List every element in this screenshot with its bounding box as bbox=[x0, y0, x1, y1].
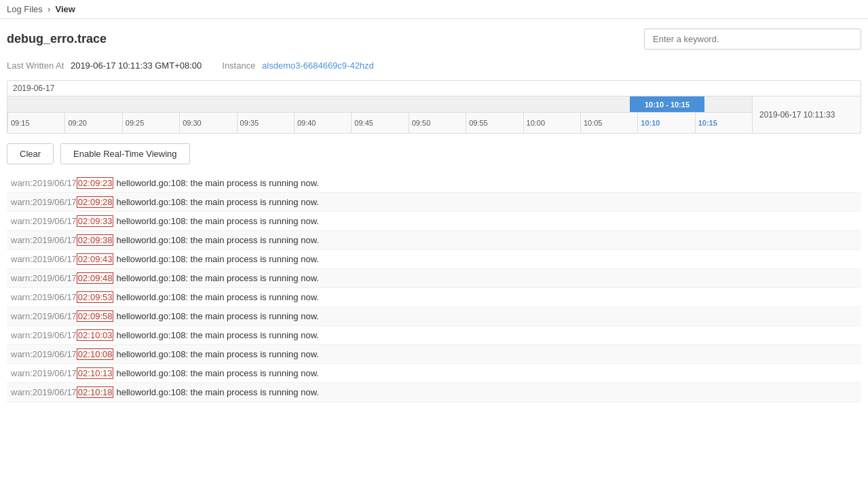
log-timestamp: 02:10:03 bbox=[77, 329, 114, 341]
log-timestamp: 02:09:53 bbox=[77, 291, 114, 303]
timeline-tick[interactable]: 09:25 bbox=[122, 113, 179, 133]
instance-value: alsdemo3-6684669c9-42hzd bbox=[262, 60, 374, 71]
log-row: warn:2019/06/1702:10:03helloworld.go:108… bbox=[7, 326, 861, 345]
log-row: warn:2019/06/1702:09:33helloworld.go:108… bbox=[7, 212, 861, 231]
log-row: warn:2019/06/1702:09:58helloworld.go:108… bbox=[7, 307, 861, 326]
timeline-tick[interactable]: 10:00 bbox=[523, 113, 580, 133]
log-timestamp: 02:10:13 bbox=[77, 367, 114, 379]
log-prefix: warn:2019/06/17 bbox=[11, 387, 77, 397]
log-row: warn:2019/06/1702:09:38helloworld.go:108… bbox=[7, 231, 861, 250]
log-message: helloworld.go:108: the main process is r… bbox=[116, 197, 318, 207]
file-title: debug_erro.trace bbox=[7, 32, 107, 46]
timeline-selected-range[interactable]: 10:10 - 10:15 bbox=[630, 96, 704, 112]
log-timestamp: 02:09:28 bbox=[77, 196, 114, 208]
timeline-tick[interactable]: 10:05 bbox=[580, 113, 637, 133]
log-timestamp: 02:09:48 bbox=[77, 272, 114, 284]
log-row: warn:2019/06/1702:10:08helloworld.go:108… bbox=[7, 345, 861, 364]
last-written-value: 2019-06-17 10:11:33 GMT+08:00 bbox=[71, 60, 202, 71]
last-written-label: Last Written At bbox=[7, 60, 64, 71]
log-timestamp: 02:10:08 bbox=[77, 348, 114, 360]
log-row: warn:2019/06/1702:09:43helloworld.go:108… bbox=[7, 250, 861, 269]
log-message: helloworld.go:108: the main process is r… bbox=[116, 330, 318, 340]
log-timestamp: 02:09:58 bbox=[77, 310, 114, 322]
breadcrumb-current: View bbox=[56, 4, 75, 14]
log-prefix: warn:2019/06/17 bbox=[11, 178, 77, 188]
log-timestamp: 02:10:18 bbox=[77, 386, 114, 398]
log-prefix: warn:2019/06/17 bbox=[11, 216, 77, 226]
log-prefix: warn:2019/06/17 bbox=[11, 197, 77, 207]
log-message: helloworld.go:108: the main process is r… bbox=[116, 349, 318, 359]
log-prefix: warn:2019/06/17 bbox=[11, 349, 77, 359]
clear-button[interactable]: Clear bbox=[7, 143, 54, 164]
timeline-ticks: 09:1509:2009:2509:3009:3509:4009:4509:50… bbox=[7, 113, 752, 133]
log-row: warn:2019/06/1702:09:48helloworld.go:108… bbox=[7, 269, 861, 288]
search-input[interactable] bbox=[644, 29, 861, 50]
timeline-tick[interactable]: 09:15 bbox=[7, 113, 64, 133]
log-prefix: warn:2019/06/17 bbox=[11, 311, 77, 321]
log-row: warn:2019/06/1702:10:18helloworld.go:108… bbox=[7, 383, 861, 402]
log-prefix: warn:2019/06/17 bbox=[11, 235, 77, 245]
timeline-tick[interactable]: 10:15 bbox=[695, 113, 752, 133]
log-timestamp: 02:09:43 bbox=[77, 253, 114, 265]
log-prefix: warn:2019/06/17 bbox=[11, 292, 77, 302]
timeline-tick[interactable]: 09:30 bbox=[179, 113, 236, 133]
timeline-selector[interactable]: 10:10 - 10:15 bbox=[7, 96, 752, 113]
log-prefix: warn:2019/06/17 bbox=[11, 330, 77, 340]
controls-row: Clear Enable Real-Time Viewing bbox=[0, 134, 868, 174]
log-message: helloworld.go:108: the main process is r… bbox=[116, 178, 318, 188]
meta-row: Last Written At 2019-06-17 10:11:33 GMT+… bbox=[0, 56, 868, 77]
timeline-tick[interactable]: 09:45 bbox=[351, 113, 408, 133]
instance-label: Instance bbox=[222, 60, 255, 71]
log-message: helloworld.go:108: the main process is r… bbox=[116, 216, 318, 226]
timeline-container: 2019-06-17 10:10 - 10:15 09:1509:2009:25… bbox=[7, 80, 861, 134]
breadcrumb-parent[interactable]: Log Files bbox=[7, 4, 43, 14]
log-row: warn:2019/06/1702:09:53helloworld.go:108… bbox=[7, 288, 861, 307]
timeline-tick[interactable]: 09:35 bbox=[237, 113, 294, 133]
log-message: helloworld.go:108: the main process is r… bbox=[116, 311, 318, 321]
log-message: helloworld.go:108: the main process is r… bbox=[116, 368, 318, 378]
log-row: warn:2019/06/1702:09:28helloworld.go:108… bbox=[7, 193, 861, 212]
log-message: helloworld.go:108: the main process is r… bbox=[116, 273, 318, 283]
log-message: helloworld.go:108: the main process is r… bbox=[116, 292, 318, 302]
log-message: helloworld.go:108: the main process is r… bbox=[116, 235, 318, 245]
timeline-tick[interactable]: 10:10 bbox=[637, 113, 694, 133]
log-message: helloworld.go:108: the main process is r… bbox=[116, 254, 318, 264]
timeline-tick[interactable]: 09:50 bbox=[409, 113, 466, 133]
log-prefix: warn:2019/06/17 bbox=[11, 273, 77, 283]
log-row: warn:2019/06/1702:10:13helloworld.go:108… bbox=[7, 364, 861, 383]
timeline-tick[interactable]: 09:40 bbox=[294, 113, 351, 133]
log-prefix: warn:2019/06/17 bbox=[11, 254, 77, 264]
page-header: debug_erro.trace bbox=[0, 19, 868, 56]
timeline-date: 2019-06-17 bbox=[7, 81, 861, 96]
log-timestamp: 02:09:38 bbox=[77, 234, 114, 246]
log-timestamp: 02:09:23 bbox=[77, 177, 114, 189]
log-prefix: warn:2019/06/17 bbox=[11, 368, 77, 378]
timeline-tick[interactable]: 09:55 bbox=[466, 113, 523, 133]
breadcrumb: Log Files › View bbox=[0, 0, 868, 19]
realtime-button[interactable]: Enable Real-Time Viewing bbox=[60, 143, 189, 164]
timeline-end-label: 2019-06-17 10:11:33 bbox=[752, 96, 861, 133]
log-timestamp: 02:09:33 bbox=[77, 215, 114, 227]
log-message: helloworld.go:108: the main process is r… bbox=[116, 387, 318, 397]
log-list: warn:2019/06/1702:09:23helloworld.go:108… bbox=[7, 174, 861, 402]
timeline-tick[interactable]: 09:20 bbox=[64, 113, 121, 133]
log-row: warn:2019/06/1702:09:23helloworld.go:108… bbox=[7, 174, 861, 193]
breadcrumb-separator: › bbox=[48, 4, 50, 14]
